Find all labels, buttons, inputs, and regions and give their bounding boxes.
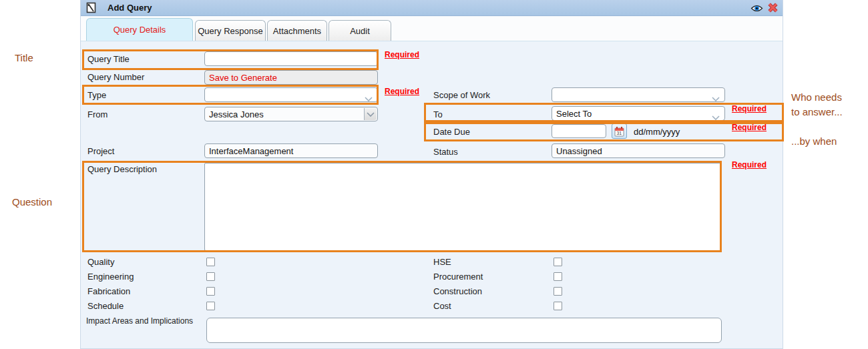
chevron-down-icon [712,93,720,103]
annotation-who-line2: to answer... [791,106,843,117]
query-description-label: Query Description [87,164,157,174]
impact-areas-label: Impact Areas and Implications [86,316,193,326]
hse-checkbox[interactable] [554,258,562,266]
procurement-checkbox[interactable] [554,272,562,281]
date-format-hint: dd/mm/yyyy [634,127,680,137]
eye-icon[interactable] [750,3,763,15]
to-label: To [433,109,443,119]
query-title-input[interactable] [204,51,378,66]
engineering-checkbox[interactable] [206,272,215,281]
quality-checkbox[interactable] [206,258,215,266]
required-badge-type: Required [385,87,419,96]
tab-audit[interactable]: Audit [329,20,391,41]
fabrication-checkbox[interactable] [206,287,215,296]
annotation-question: Question [12,196,52,208]
tab-attachments-label: Attachments [273,26,321,36]
engineering-label: Engineering [87,272,134,282]
tab-attachments[interactable]: Attachments [267,20,327,41]
from-dropdown: Jessica Jones [204,107,378,121]
required-badge-query-title: Required [385,50,419,59]
schedule-checkbox[interactable] [206,302,215,310]
calendar-icon[interactable]: 31 [612,123,627,139]
scope-of-work-dropdown[interactable] [552,87,725,102]
required-badge-date-due: Required [732,123,767,132]
annotation-who-line1: Who needs [791,91,842,103]
query-number-label: Query Number [87,72,144,82]
close-icon[interactable] [767,2,779,16]
type-dropdown[interactable] [204,87,378,102]
cost-label: Cost [433,301,451,311]
svg-text:31: 31 [616,131,622,135]
schedule-label: Schedule [87,301,124,311]
construction-checkbox[interactable] [554,287,562,296]
scope-of-work-label: Scope of Work [433,90,490,100]
required-badge-description: Required [732,160,767,169]
impact-areas-textarea[interactable] [206,318,722,343]
tab-audit-label: Audit [350,26,370,36]
from-label: From [87,109,107,119]
quality-label: Quality [87,257,114,267]
from-dropdown-value: Jessica Jones [209,109,264,119]
status-input [552,143,725,158]
to-dropdown-value: Select To [556,109,592,119]
annotation-by-when: ...by when [791,135,837,147]
tab-query-details-label: Query Details [114,25,166,35]
annotation-title: Title [15,52,33,63]
cost-checkbox[interactable] [554,302,562,310]
query-title-label: Query Title [87,54,130,64]
note-icon [86,2,97,16]
chevron-down-icon [365,93,373,103]
status-label: Status [433,147,458,157]
to-dropdown[interactable]: Select To [552,106,725,121]
chevron-down-icon [364,108,377,120]
fabrication-label: Fabrication [87,286,130,296]
hse-label: HSE [433,257,451,267]
tab-query-response[interactable]: Query Response [195,20,266,41]
tab-query-response-label: Query Response [198,26,263,36]
procurement-label: Procurement [433,272,483,282]
add-query-dialog: Add Query Query Details Query Response A… [80,0,783,349]
query-description-textarea[interactable] [204,163,721,251]
construction-label: Construction [433,286,482,296]
dialog-titlebar: Add Query [81,0,783,16]
query-number-input [204,70,378,85]
project-input [204,143,378,158]
project-label: Project [87,146,114,156]
date-due-input[interactable] [552,124,606,138]
tab-strip: Query Details Query Response Attachments… [81,17,783,41]
tab-query-details[interactable]: Query Details [86,18,193,41]
chevron-down-icon [712,112,720,122]
type-label: Type [87,90,106,100]
required-badge-to: Required [732,104,767,113]
dialog-title: Add Query [107,3,152,13]
screen: Title Question Who needs to answer... ..… [0,0,868,349]
date-due-label: Date Due [433,127,470,137]
